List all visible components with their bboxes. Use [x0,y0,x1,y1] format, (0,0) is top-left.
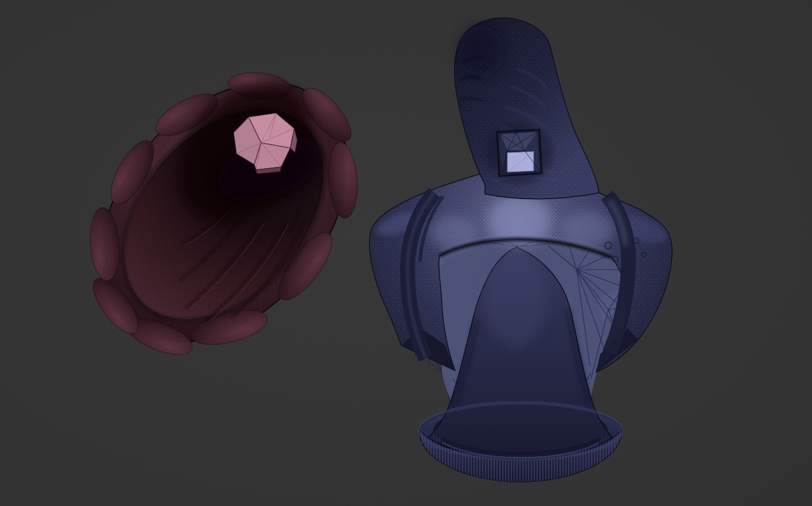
cone-sheen [484,250,547,347]
viewport-canvas[interactable] [0,0,812,506]
socket[interactable] [486,124,553,184]
viewport[interactable] [0,0,812,506]
trunk-knob-shade [458,26,504,77]
